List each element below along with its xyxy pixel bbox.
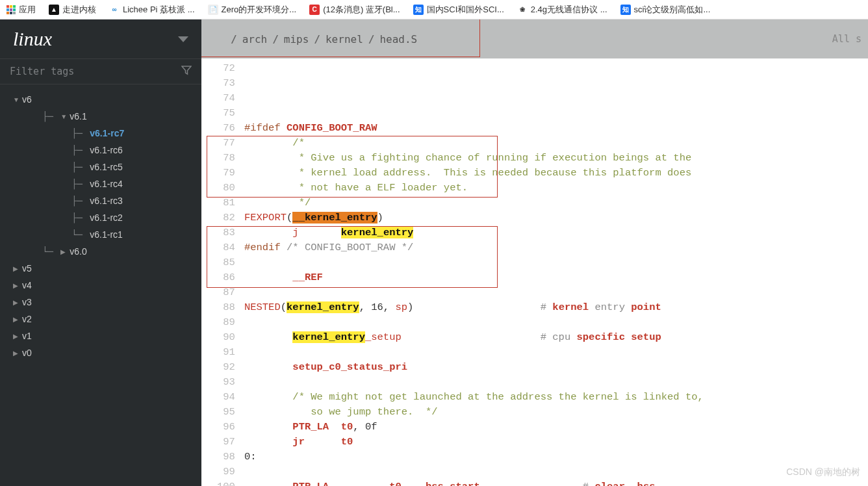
favicon: 知 [620,5,631,15]
bookmark-item[interactable]: ∞Lichee Pi 荔枝派 ... [109,4,195,16]
code-line[interactable] [244,315,704,330]
code-line[interactable]: __REF [244,270,704,285]
tree-leaf[interactable]: ├─ v6.1-rc3 [0,192,201,209]
code-line[interactable]: PTR_LA t0, __bss_start # clear .bss [244,480,704,486]
bookmark-label: 国内SCI和国外SCI... [427,4,504,16]
code-line[interactable] [244,345,704,360]
content: / arch/mips/kernel/head.S All s 72 73 74… [201,19,868,486]
code-line[interactable]: setup_c0_status_pri [244,360,704,375]
bookmark-label: (12条消息) 蓝牙(Bl... [323,4,400,16]
apps-icon [6,5,16,14]
brand[interactable]: linux [0,19,201,58]
bookmark-label: sci论文级别高低如... [634,4,711,16]
tree-leaf[interactable]: ├─ v6.1-rc7 [0,125,201,142]
bookmark-label: Lichee Pi 荔枝派 ... [123,4,195,16]
code-line[interactable]: * Give us a fighting chance of running i… [244,151,704,166]
path-segment[interactable]: kernel [326,33,363,45]
tree-node-v6[interactable]: ▼v6 [0,91,201,108]
tree-leaf[interactable]: ├─ v6.1-rc4 [0,175,201,192]
filter-placeholder: Filter tags [10,66,74,77]
code-line[interactable] [244,285,704,300]
apps-button[interactable]: 应用 [6,4,36,16]
code-line[interactable]: FEXPORT(__kernel_entry) [244,211,704,225]
code-line[interactable]: 0: [244,450,704,465]
favicon: C [309,5,320,15]
code-line[interactable]: jr t0 [244,435,704,450]
code-line[interactable]: PTR_LA t0, 0f [244,420,704,435]
tree-node-v6-0[interactable]: └─ ▶v6.0 [0,243,201,260]
code-line[interactable]: * not have a ELF loader yet. [244,181,704,196]
main-layout: linux Filter tags ▼v6 ├─ ▼v6.1 ├─ v6.1-r… [0,19,868,486]
tag-tree: ▼v6 ├─ ▼v6.1 ├─ v6.1-rc7├─ v6.1-rc6├─ v6… [0,84,201,486]
tree-node[interactable]: ▶v5 [0,260,201,277]
path-segment[interactable]: head.S [379,33,417,45]
code-body[interactable]: #ifdef CONFIG_BOOT_RAW /* * Give us a fi… [244,58,704,486]
bookmark-item[interactable]: ▲走进内核 [49,4,96,16]
filter-tags[interactable]: Filter tags [0,58,201,84]
code-line[interactable] [244,375,704,390]
favicon: ▲ [49,5,59,15]
dropdown-icon[interactable] [178,36,188,42]
funnel-icon[interactable] [181,65,192,78]
path-root-slash: / [231,33,237,45]
bookmark-item[interactable]: C(12条消息) 蓝牙(Bl... [309,4,400,16]
code-line[interactable]: #endif /* CONFIG_BOOT_RAW */ [244,240,704,255]
bookmark-item[interactable]: 知sci论文级别高低如... [620,4,711,16]
code-line[interactable]: /* [244,136,704,151]
tree-node[interactable]: ▶v1 [0,327,201,344]
sidebar: linux Filter tags ▼v6 ├─ ▼v6.1 ├─ v6.1-r… [0,19,201,486]
code-line[interactable]: /* We might not get launched at the addr… [244,390,704,405]
path-segment[interactable]: arch [242,33,268,45]
bookmarks-bar: 应用 ▲走进内核∞Lichee Pi 荔枝派 ...📄Zero的开发环境分...… [0,0,868,19]
brand-label: linux [13,28,52,50]
bookmark-label: Zero的开发环境分... [222,4,297,16]
tree-leaf[interactable]: ├─ v6.1-rc6 [0,142,201,159]
tree-node[interactable]: ▶v4 [0,277,201,294]
tree-leaf[interactable]: ├─ v6.1-rc5 [0,159,201,175]
favicon: ∞ [109,5,120,15]
code-line[interactable]: * kernel load address. This is needed be… [244,166,704,181]
bookmark-item[interactable]: ❀2.4g无线通信协议 ... [517,4,607,16]
tree-node[interactable]: ▶v0 [0,344,201,361]
breadcrumb: / arch/mips/kernel/head.S All s [201,19,868,58]
code-area[interactable]: 72 73 74 75 76 77 78 79 80 81 82 83 84 8… [201,58,868,486]
code-line[interactable]: j kernel_entry [244,225,704,240]
bookmark-label: 走进内核 [62,4,96,16]
line-gutter: 72 73 74 75 76 77 78 79 80 81 82 83 84 8… [201,58,244,486]
code-line[interactable] [244,255,704,270]
favicon: 📄 [208,5,218,15]
code-line[interactable]: kernel_entry_setup # cpu specific setup [244,330,704,345]
code-line[interactable]: NESTED(kernel_entry, 16, sp) # kernel en… [244,300,704,315]
code-line[interactable]: so we jump there. */ [244,405,704,420]
bookmark-item[interactable]: 📄Zero的开发环境分... [208,4,297,16]
tree-node[interactable]: ▶v2 [0,311,201,327]
watermark: CSDN @南地的树 [786,467,860,478]
bookmark-item[interactable]: 知国内SCI和国外SCI... [413,4,504,16]
tree-leaf[interactable]: ├─ v6.1-rc2 [0,209,201,226]
tree-leaf[interactable]: └─ v6.1-rc1 [0,226,201,243]
code-line[interactable]: #ifdef CONFIG_BOOT_RAW [244,121,704,136]
bookmark-label: 2.4g无线通信协议 ... [531,4,607,16]
tree-node-v6-1[interactable]: ├─ ▼v6.1 [0,108,201,125]
apps-label: 应用 [19,4,36,16]
favicon: 知 [413,5,424,15]
path-segment[interactable]: mips [284,33,309,45]
right-label: All s [832,33,862,45]
code-line[interactable] [244,465,704,480]
favicon: ❀ [517,5,528,15]
code-line[interactable]: */ [244,196,704,211]
tree-node[interactable]: ▶v3 [0,294,201,311]
